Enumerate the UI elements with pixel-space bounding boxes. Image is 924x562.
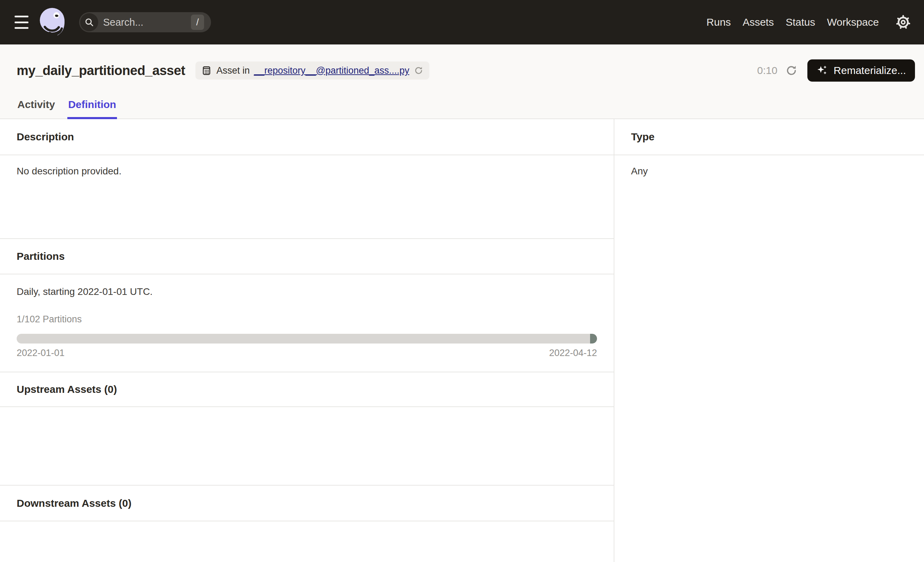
sparkles-icon xyxy=(816,64,829,77)
repository-badge: Asset in __repository__@partitioned_ass.… xyxy=(195,62,429,80)
nav-status[interactable]: Status xyxy=(786,17,815,28)
tab-definition[interactable]: Definition xyxy=(68,90,117,119)
description-heading: Description xyxy=(0,119,614,155)
partition-start-date: 2022-01-01 xyxy=(16,348,64,358)
repository-link[interactable]: __repository__@partitioned_ass....py xyxy=(254,65,409,76)
partition-materialized-segment xyxy=(590,334,597,344)
downstream-assets-heading: Downstream Assets (0) xyxy=(0,485,614,521)
rematerialize-button[interactable]: Rematerialize... xyxy=(807,59,915,82)
nav-runs[interactable]: Runs xyxy=(706,17,730,28)
partition-health-bar[interactable] xyxy=(16,334,597,344)
top-nav-links: Runs Assets Status Workspace xyxy=(706,17,879,28)
partitions-summary: Daily, starting 2022-01-01 UTC. xyxy=(16,286,597,298)
refresh-countdown: 0:10 xyxy=(757,65,777,77)
asset-page-header: my_daily_partitioned_asset Asset in __re… xyxy=(0,45,924,119)
reload-repository-icon[interactable] xyxy=(413,65,424,76)
refresh-icon[interactable] xyxy=(784,63,799,78)
type-heading: Type xyxy=(614,119,924,155)
badge-prefix-label: Asset in xyxy=(216,65,250,76)
upstream-assets-body xyxy=(0,407,614,485)
nav-workspace[interactable]: Workspace xyxy=(827,17,879,28)
search-input[interactable] xyxy=(103,17,169,28)
search-icon xyxy=(80,13,98,31)
left-column: Description No description provided. Par… xyxy=(0,119,614,562)
type-value: Any xyxy=(614,155,924,177)
top-navigation-bar: / Runs Assets Status Workspace xyxy=(0,0,924,45)
dagster-logo-icon[interactable] xyxy=(38,4,69,40)
search-shortcut-key: / xyxy=(191,15,204,30)
partitions-body: Daily, starting 2022-01-01 UTC. 1/102 Pa… xyxy=(0,274,614,372)
tab-activity[interactable]: Activity xyxy=(16,90,56,119)
rematerialize-label: Rematerialize... xyxy=(834,65,906,77)
page-title: my_daily_partitioned_asset xyxy=(16,63,185,78)
hamburger-menu-icon[interactable] xyxy=(15,16,28,29)
description-body: No description provided. xyxy=(0,155,614,239)
partitions-count-label: 1/102 Partitions xyxy=(16,314,597,325)
tab-bar: Activity Definition xyxy=(0,90,924,119)
definition-content: Description No description provided. Par… xyxy=(0,119,924,562)
gear-icon[interactable] xyxy=(895,14,912,30)
nav-assets[interactable]: Assets xyxy=(742,17,774,28)
partitions-heading: Partitions xyxy=(0,239,614,274)
right-column: Type Any xyxy=(614,119,924,562)
partition-end-date: 2022-04-12 xyxy=(549,348,597,358)
repository-icon xyxy=(201,65,212,76)
search-box[interactable]: / xyxy=(79,12,211,32)
upstream-assets-heading: Upstream Assets (0) xyxy=(0,372,614,407)
